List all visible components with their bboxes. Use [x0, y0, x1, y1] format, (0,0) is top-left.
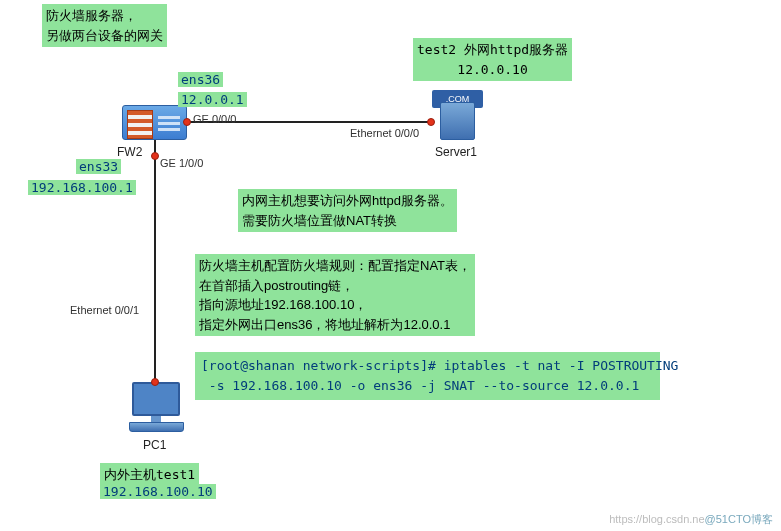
note-test2-line1: test2 外网httpd服务器	[417, 40, 568, 60]
note-fw-desc-line2: 另做两台设备的网关	[46, 26, 163, 46]
watermark: https://blog.csdn.ne@51CTO博客	[609, 512, 773, 527]
note-rule-line1: 防火墙主机配置防火墙规则：配置指定NAT表，	[199, 256, 471, 276]
note-rule-line4: 指定外网出口ens36，将地址解析为12.0.0.1	[199, 315, 471, 335]
firewall-icon	[122, 105, 187, 140]
pc-device	[126, 382, 186, 432]
watermark-left: https://blog.csdn.ne	[609, 513, 704, 525]
note-test1-label: 内外主机test1	[100, 463, 199, 487]
network-diagram: FW2 .COM Server1 PC1 GE 0/0/0 GE 1/0/0 E…	[0, 0, 781, 531]
terminal-command: [root@shanan network-scripts]# iptables …	[195, 352, 660, 400]
note-intent-line1: 内网主机想要访问外网httpd服务器。	[242, 191, 453, 211]
note-fw-desc: 防火墙服务器， 另做两台设备的网关	[42, 4, 167, 47]
iface-ens33: ens33	[76, 159, 121, 174]
note-test2-line2: 12.0.0.10	[417, 60, 568, 80]
ip-ens36: 12.0.0.1	[178, 92, 247, 107]
pc-eth-endpoint	[151, 378, 159, 386]
note-fw-desc-line1: 防火墙服务器，	[46, 6, 163, 26]
port-eth000-server: Ethernet 0/0/0	[350, 127, 419, 139]
port-ge000: GE 0/0/0	[193, 113, 236, 125]
server-label: Server1	[435, 145, 477, 159]
pc-icon	[126, 382, 186, 432]
note-test1-ip: 192.168.100.10	[100, 484, 216, 499]
note-test2: test2 外网httpd服务器 12.0.0.10	[413, 38, 572, 81]
server-device: .COM	[430, 90, 485, 140]
ip-ens33: 192.168.100.1	[28, 180, 136, 195]
note-rule-line2: 在首部插入postrouting链，	[199, 276, 471, 296]
iface-ens36: ens36	[178, 72, 223, 87]
server-eth-endpoint	[427, 118, 435, 126]
fw-ge000-endpoint	[183, 118, 191, 126]
firewall-device	[122, 105, 187, 140]
watermark-right: @51CTO博客	[705, 513, 773, 525]
note-rule-line3: 指向源地址192.168.100.10，	[199, 295, 471, 315]
fw-ge100-endpoint	[151, 152, 159, 160]
port-eth001-pc: Ethernet 0/0/1	[70, 304, 139, 316]
firewall-label: FW2	[117, 145, 142, 159]
note-rule: 防火墙主机配置防火墙规则：配置指定NAT表， 在首部插入postrouting链…	[195, 254, 475, 336]
pc-label: PC1	[143, 438, 166, 452]
note-intent-line2: 需要防火墙位置做NAT转换	[242, 211, 453, 231]
server-icon: .COM	[430, 90, 485, 140]
note-intent: 内网主机想要访问外网httpd服务器。 需要防火墙位置做NAT转换	[238, 189, 457, 232]
port-ge100: GE 1/0/0	[160, 157, 203, 169]
